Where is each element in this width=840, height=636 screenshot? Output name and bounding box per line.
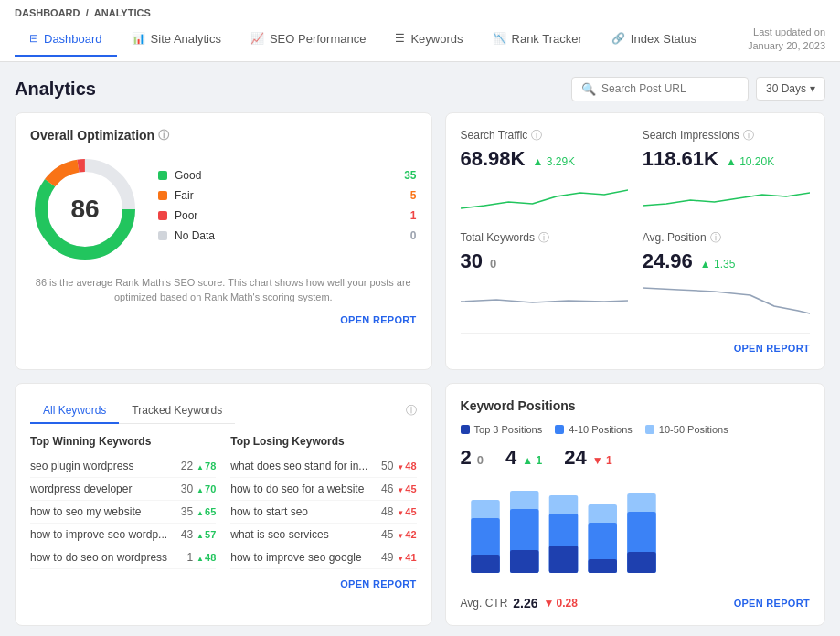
donut-score: 86 <box>70 195 99 224</box>
kw-open-report: OPEN REPORT <box>30 577 417 590</box>
svg-rect-15 <box>588 559 616 573</box>
info-icon-keywords[interactable]: ⓘ <box>538 230 549 246</box>
tab-bar: ⊟ Dashboard 📊 Site Analytics 📈 SEO Perfo… <box>15 23 711 57</box>
fair-dot <box>158 191 167 200</box>
search-impressions-label: Search Impressions <box>643 129 739 142</box>
winning-header: Top Winning Keywords <box>30 435 216 448</box>
opt-open-report-link[interactable]: OPEN REPORT <box>340 314 416 325</box>
search-traffic-label: Search Traffic <box>461 129 528 142</box>
overall-optimization-title: Overall Optimization ⓘ <box>30 128 417 143</box>
opt-description: 86 is the average Rank Math's SEO score.… <box>30 275 417 305</box>
overall-optimization-card: Overall Optimization ⓘ 86 <box>15 112 432 370</box>
search-icon: 🔍 <box>581 82 596 96</box>
kw-winning-row: how to improve seo wordp... 43 57 <box>30 524 216 546</box>
tab-keywords-label: Keywords <box>410 32 463 46</box>
search-box[interactable]: 🔍 <box>571 77 749 101</box>
search-traffic-card: Search Traffic ⓘ 68.98K ▲ 3.29K Search I… <box>445 112 825 370</box>
header-controls: 🔍 30 Days ▾ <box>571 77 825 101</box>
keyword-positions-card: Keyword Positions Top 3 Positions 4-10 P… <box>445 383 825 626</box>
index-status-icon: 🔗 <box>611 32 625 45</box>
tab-rank-tracker[interactable]: 📉 Rank Tracker <box>478 23 597 57</box>
metric-total-keywords: Total Keywords ⓘ 30 0 <box>461 230 628 318</box>
legend-10-50: 10-50 Positions <box>645 424 728 435</box>
search-traffic-value: 68.98K ▲ 3.29K <box>461 147 628 171</box>
losing-header: Top Losing Keywords <box>230 435 416 448</box>
rank-tracker-icon: 📉 <box>493 32 506 45</box>
mid-dot <box>555 425 564 434</box>
keywords-icon: ☰ <box>395 32 405 45</box>
svg-rect-12 <box>548 546 577 573</box>
ctr-row: Avg. CTR 2.26 ▼ 0.28 OPEN REPORT <box>461 588 810 610</box>
kw-tab-all[interactable]: All Keywords <box>30 398 119 424</box>
poor-count: 1 <box>410 209 417 222</box>
kw-open-report-link[interactable]: OPEN REPORT <box>340 578 416 589</box>
tab-seo-performance[interactable]: 📈 SEO Performance <box>236 23 381 57</box>
tab-site-analytics-label: Site Analytics <box>151 32 221 46</box>
top3-dot <box>461 425 470 434</box>
info-icon-position[interactable]: ⓘ <box>710 230 721 246</box>
kw-winning-row: wordpress developer 30 70 <box>30 478 216 501</box>
tab-dashboard-label: Dashboard <box>44 32 102 46</box>
seo-performance-icon: 📈 <box>250 32 264 45</box>
tab-site-analytics[interactable]: 📊 Site Analytics <box>117 23 236 57</box>
kw-tab-tracked[interactable]: Tracked Keywords <box>119 398 235 424</box>
tab-dashboard[interactable]: ⊟ Dashboard <box>15 23 117 57</box>
pos-stat-3: 24 ▼ 1 <box>564 446 611 470</box>
donut-chart: 86 <box>30 154 140 264</box>
site-analytics-icon: 📊 <box>132 32 145 45</box>
info-icon-traffic[interactable]: ⓘ <box>531 128 542 143</box>
bar-chart <box>461 477 810 580</box>
nodata-dot <box>158 231 167 240</box>
legend-4-10: 4-10 Positions <box>555 424 633 435</box>
legend: Good 35 Fair 5 Poor 1 <box>158 169 417 249</box>
search-impressions-value: 118.61K ▲ 10.20K <box>643 147 810 171</box>
kw-losing-row: how to do seo for a website 46 45 <box>230 478 416 501</box>
days-label: 30 Days <box>766 82 806 95</box>
losing-col: Top Losing Keywords what does seo stand … <box>230 435 416 569</box>
tab-keywords[interactable]: ☰ Keywords <box>380 23 477 57</box>
avg-position-value: 24.96 ▲ 1.35 <box>643 249 810 273</box>
low-dot <box>645 425 654 434</box>
keywords-card: All Keywords Tracked Keywords ⓘ Top Winn… <box>15 383 432 626</box>
good-dot <box>158 171 167 180</box>
keywords-tabs: All Keywords Tracked Keywords <box>30 398 235 424</box>
tab-seo-performance-label: SEO Performance <box>270 32 367 46</box>
ctr-change: ▼ 0.28 <box>544 597 578 610</box>
positions-open-report-link[interactable]: OPEN REPORT <box>734 598 810 609</box>
traffic-open-report-link[interactable]: OPEN REPORT <box>734 343 810 354</box>
breadcrumb-root: DASHBOARD <box>15 7 80 18</box>
svg-rect-18 <box>627 552 655 573</box>
pos-stat-1: 2 0 <box>461 446 484 470</box>
days-select[interactable]: 30 Days ▾ <box>756 77 825 101</box>
tab-index-status[interactable]: 🔗 Index Status <box>597 23 711 57</box>
info-icon[interactable]: ⓘ <box>158 128 169 143</box>
breadcrumb-current: ANALYTICS <box>94 7 151 18</box>
keyword-positions-title: Keyword Positions <box>461 398 810 413</box>
page-header: Analytics 🔍 30 Days ▾ <box>0 62 840 112</box>
total-keywords-value: 30 0 <box>461 249 628 273</box>
info-icon-kw[interactable]: ⓘ <box>406 403 417 419</box>
ctr-label: Avg. CTR <box>461 597 508 610</box>
keywords-table: Top Winning Keywords seo plugin wordpres… <box>30 435 417 569</box>
kw-losing-row: what does seo stand for in... 50 48 <box>230 455 416 478</box>
tab-rank-tracker-label: Rank Tracker <box>512 32 582 46</box>
tab-index-status-label: Index Status <box>631 32 696 46</box>
total-keywords-label: Total Keywords <box>461 231 535 244</box>
search-input[interactable] <box>601 82 739 95</box>
avg-position-label: Avg. Position <box>643 231 707 244</box>
breadcrumb: DASHBOARD / ANALYTICS <box>15 0 825 18</box>
poor-dot <box>158 211 167 220</box>
chevron-down-icon: ▾ <box>810 82 815 95</box>
kw-winning-row: how to seo my website 35 65 <box>30 501 216 524</box>
info-icon-impressions[interactable]: ⓘ <box>743 128 754 143</box>
opt-open-report: OPEN REPORT <box>30 313 417 326</box>
positions-legend: Top 3 Positions 4-10 Positions 10-50 Pos… <box>461 424 810 435</box>
page-title: Analytics <box>15 79 96 100</box>
top-nav: DASHBOARD / ANALYTICS ⊟ Dashboard 📊 Site… <box>0 0 840 62</box>
dashboard-icon: ⊟ <box>29 32 38 45</box>
winning-col: Top Winning Keywords seo plugin wordpres… <box>30 435 216 569</box>
legend-good: Good 35 <box>158 169 417 182</box>
metric-avg-position: Avg. Position ⓘ 24.96 ▲ 1.35 <box>643 230 810 318</box>
kw-winning-row: seo plugin wordpress 22 78 <box>30 455 216 478</box>
last-updated: Last updated on January 20, 2023 <box>748 18 825 61</box>
